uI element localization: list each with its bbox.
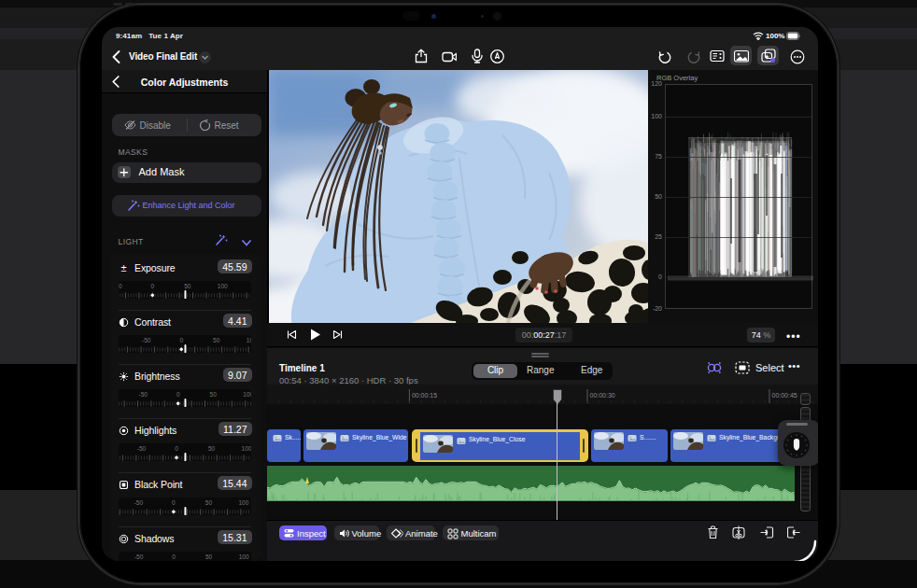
- svg-text:50: 50: [205, 553, 213, 559]
- svg-text:50: 50: [213, 336, 220, 343]
- svg-text:-50: -50: [142, 336, 151, 343]
- svg-text:-50: -50: [119, 282, 122, 288]
- svg-text:100: 100: [239, 553, 249, 559]
- svg-text:0: 0: [172, 498, 176, 505]
- svg-text:50: 50: [210, 390, 218, 397]
- svg-text:100: 100: [247, 336, 251, 343]
- svg-text:00:00:15: 00:00:15: [412, 392, 437, 399]
- svg-text:0: 0: [175, 444, 178, 451]
- svg-text:-50: -50: [134, 498, 144, 505]
- svg-text:100: 100: [243, 390, 251, 397]
- svg-text:0: 0: [172, 553, 176, 559]
- svg-text:0: 0: [150, 282, 154, 288]
- svg-text:50: 50: [208, 444, 216, 451]
- svg-text:00:00:45: 00:00:45: [772, 392, 797, 399]
- svg-text:50: 50: [184, 282, 191, 288]
- svg-text:100: 100: [238, 498, 248, 505]
- svg-text:-50: -50: [134, 553, 144, 559]
- svg-text:0: 0: [176, 390, 180, 397]
- svg-text:50: 50: [205, 498, 213, 505]
- svg-text:±: ±: [120, 263, 126, 273]
- svg-text:100: 100: [218, 282, 228, 288]
- svg-text:100: 100: [242, 444, 251, 451]
- svg-text:00:00:30: 00:00:30: [590, 392, 615, 399]
- svg-text:-50: -50: [137, 444, 147, 451]
- svg-text:0: 0: [179, 336, 183, 343]
- svg-text:-50: -50: [138, 390, 148, 397]
